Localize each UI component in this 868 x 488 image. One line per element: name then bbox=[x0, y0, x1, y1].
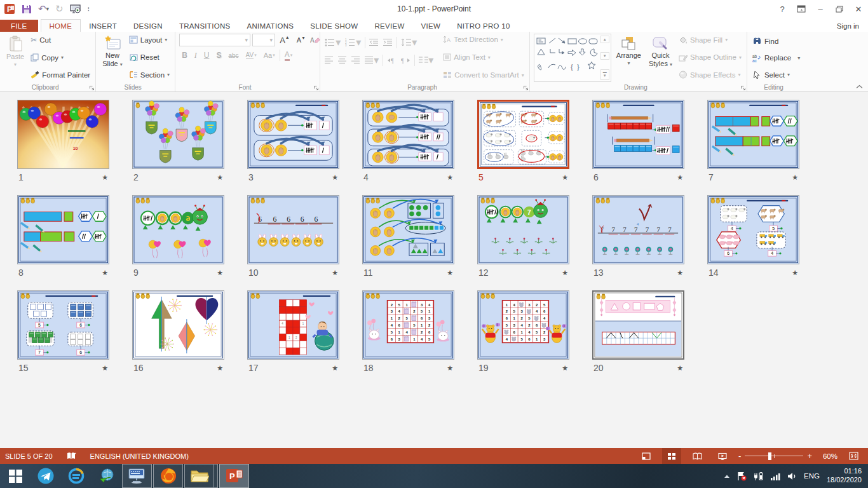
spell-check-icon[interactable] bbox=[67, 452, 76, 460]
shape-outline-button[interactable]: Shape Outline▾ bbox=[677, 53, 743, 62]
slide-thumbnail[interactable]: 66666 bbox=[247, 195, 339, 264]
cut-button[interactable]: ✂ Cut bbox=[29, 35, 92, 45]
increase-indent-button[interactable] bbox=[383, 37, 393, 47]
volume-icon[interactable] bbox=[787, 472, 797, 480]
align-text-button[interactable]: Align Text▾ bbox=[442, 53, 526, 62]
text-direction-button[interactable]: A Text Direction▾ bbox=[442, 35, 526, 44]
collapse-ribbon-button[interactable] bbox=[856, 85, 863, 89]
decrease-indent-button[interactable] bbox=[369, 37, 379, 47]
italic-button[interactable]: I bbox=[192, 51, 200, 60]
slide-thumbnail[interactable] bbox=[477, 100, 569, 169]
slide-thumbnail[interactable]: 5676 bbox=[17, 290, 109, 360]
start-button[interactable] bbox=[0, 464, 31, 488]
arrange-button[interactable]: Arrange ▾ bbox=[614, 34, 644, 82]
justify-button[interactable]: ▾ bbox=[364, 53, 379, 67]
file-explorer-group-indicator[interactable] bbox=[214, 464, 218, 488]
slide-thumbnail[interactable] bbox=[132, 100, 224, 169]
character-spacing-button[interactable]: AV▾ bbox=[243, 51, 259, 59]
increase-font-size-button[interactable]: A▲ bbox=[277, 36, 292, 45]
find-button[interactable]: Find bbox=[751, 36, 801, 46]
drawing-dialog-launcher[interactable] bbox=[740, 85, 746, 91]
idm-icon[interactable] bbox=[92, 464, 122, 488]
tab-insert[interactable]: INSERT bbox=[81, 20, 125, 32]
shape-fill-button[interactable]: Shape Fill▾ bbox=[677, 35, 743, 44]
align-right-button[interactable] bbox=[351, 55, 361, 65]
numbering-button[interactable]: 123▾ bbox=[344, 36, 362, 49]
paragraph-dialog-launcher[interactable] bbox=[523, 85, 529, 91]
start-from-beginning-icon[interactable] bbox=[70, 4, 81, 14]
tab-design[interactable]: DESIGN bbox=[125, 20, 171, 32]
zoom-slider-knob[interactable] bbox=[768, 452, 771, 460]
tab-slide-show[interactable]: SLIDE SHOW bbox=[302, 20, 366, 32]
bold-button[interactable]: B bbox=[179, 51, 190, 60]
tray-clock[interactable]: 01:16 18/02/2020 bbox=[827, 467, 862, 485]
strikethrough-button[interactable]: abc bbox=[226, 52, 241, 59]
ribbon-display-options-button[interactable] bbox=[792, 0, 811, 18]
internet-explorer-icon[interactable] bbox=[61, 464, 92, 488]
on-screen-keyboard-icon[interactable] bbox=[122, 464, 152, 488]
qat-customize-icon[interactable]: ⁝ bbox=[88, 6, 90, 13]
font-size-combo[interactable]: ▾ bbox=[252, 34, 275, 46]
copy-button[interactable]: Copy▾ bbox=[29, 53, 92, 62]
fit-slide-to-window-button[interactable] bbox=[844, 448, 863, 464]
convert-to-smartart-button[interactable]: Convert to SmartArt▾ bbox=[442, 71, 526, 79]
zoom-out-button[interactable]: - bbox=[738, 451, 741, 461]
restore-button[interactable] bbox=[830, 0, 849, 18]
underline-button[interactable]: U bbox=[201, 51, 212, 60]
powerpoint-taskbar-icon[interactable]: P bbox=[219, 464, 249, 488]
slide-thumbnail[interactable] bbox=[132, 290, 224, 360]
decrease-font-size-button[interactable]: A▼ bbox=[294, 36, 308, 44]
slide-thumbnail[interactable]: 7 bbox=[477, 195, 569, 264]
hidden-icons-button[interactable] bbox=[724, 474, 730, 478]
telegram-icon[interactable] bbox=[31, 464, 61, 488]
tab-animations[interactable]: ANIMATIONS bbox=[239, 20, 302, 32]
slide-thumbnail[interactable]: 4112 bbox=[247, 290, 339, 360]
reading-view-button[interactable] bbox=[688, 448, 707, 464]
change-case-button[interactable]: Aa▾ bbox=[261, 51, 278, 59]
shapes-gallery[interactable]: { } ▲ ▼ ▬▼ bbox=[534, 34, 611, 82]
slide-thumbnail[interactable] bbox=[362, 100, 454, 169]
normal-view-button[interactable] bbox=[637, 448, 656, 464]
slide-indicator[interactable]: SLIDE 5 OF 20 bbox=[5, 452, 53, 460]
slide-thumbnail[interactable] bbox=[362, 195, 454, 264]
slide-thumbnail[interactable]: 10 bbox=[17, 100, 109, 169]
slide-thumbnail[interactable] bbox=[247, 100, 339, 169]
slide-thumbnail[interactable] bbox=[592, 290, 684, 360]
slide-thumbnail[interactable] bbox=[707, 100, 799, 169]
action-center-icon[interactable] bbox=[737, 471, 747, 481]
slide-show-button[interactable] bbox=[713, 448, 732, 464]
shapes-scroll-up[interactable]: ▲ bbox=[600, 36, 609, 43]
section-button[interactable]: Section▾ bbox=[128, 70, 171, 79]
close-button[interactable]: ✕ bbox=[849, 0, 868, 18]
tab-nitro-pro[interactable]: NITRO PRO 10 bbox=[449, 20, 518, 32]
slide-thumbnail[interactable]: 4564 bbox=[707, 195, 799, 264]
tab-view[interactable]: VIEW bbox=[413, 20, 449, 32]
layout-button[interactable]: Layout▾ bbox=[128, 35, 171, 44]
clear-formatting-button[interactable]: A bbox=[310, 36, 320, 44]
slide-thumbnail[interactable] bbox=[592, 100, 684, 169]
reset-button[interactable]: Reset bbox=[128, 53, 171, 62]
paste-button[interactable]: Paste ▾ bbox=[4, 34, 27, 82]
zoom-in-button[interactable]: + bbox=[807, 451, 812, 461]
tab-review[interactable]: REVIEW bbox=[366, 20, 412, 32]
ltr-direction-button[interactable]: ¶ bbox=[386, 56, 397, 65]
save-icon[interactable] bbox=[22, 4, 32, 14]
line-spacing-button[interactable]: ▾ bbox=[400, 36, 417, 49]
rtl-direction-button[interactable]: ¶ bbox=[400, 56, 411, 65]
shape-effects-button[interactable]: Shape Effects▾ bbox=[677, 70, 743, 79]
tab-file[interactable]: FILE bbox=[0, 20, 38, 32]
font-name-combo[interactable]: ▾ bbox=[179, 34, 250, 46]
font-dialog-launcher[interactable] bbox=[313, 85, 319, 91]
network-signal-icon[interactable] bbox=[770, 472, 780, 480]
zoom-slider[interactable]: - + bbox=[738, 451, 812, 461]
undo-button[interactable]: ↶▾ bbox=[38, 3, 49, 15]
clipboard-dialog-launcher[interactable] bbox=[89, 85, 95, 91]
tray-language[interactable]: ENG bbox=[804, 472, 820, 480]
slide-thumbnail[interactable] bbox=[17, 195, 109, 264]
new-slide-button[interactable]: New Slide ▾ bbox=[100, 34, 125, 82]
select-button[interactable]: Select▾ bbox=[751, 70, 801, 79]
replace-button[interactable]: abac Replace▾ bbox=[751, 53, 801, 63]
columns-button[interactable]: ▾ bbox=[418, 53, 434, 67]
tab-transitions[interactable]: TRANSITIONS bbox=[171, 20, 239, 32]
slide-sorter-view-button[interactable] bbox=[662, 448, 681, 464]
